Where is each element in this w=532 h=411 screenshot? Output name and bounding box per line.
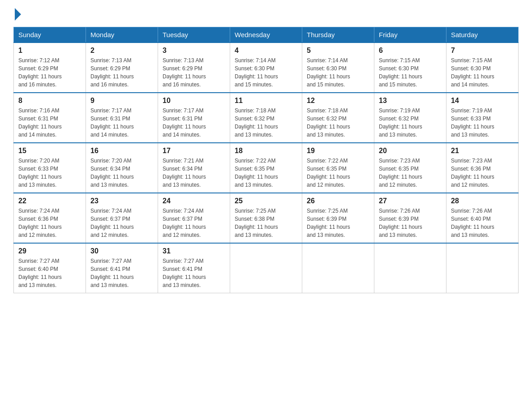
calendar-cell: 18Sunrise: 7:22 AMSunset: 6:35 PMDayligh… bbox=[230, 143, 302, 193]
calendar-cell: 22Sunrise: 7:24 AMSunset: 6:36 PMDayligh… bbox=[14, 193, 86, 243]
day-info: Sunrise: 7:27 AMSunset: 6:41 PMDaylight:… bbox=[90, 257, 153, 289]
day-info: Sunrise: 7:22 AMSunset: 6:35 PMDaylight:… bbox=[235, 157, 297, 189]
weekday-header-tuesday: Tuesday bbox=[158, 27, 230, 43]
day-number: 4 bbox=[235, 47, 297, 55]
day-number: 18 bbox=[235, 147, 297, 155]
logo bbox=[13, 9, 21, 18]
day-info: Sunrise: 7:19 AMSunset: 6:32 PMDaylight:… bbox=[379, 107, 442, 139]
day-number: 25 bbox=[235, 197, 297, 205]
calendar-cell: 31Sunrise: 7:27 AMSunset: 6:41 PMDayligh… bbox=[158, 243, 230, 293]
calendar-cell: 7Sunrise: 7:15 AMSunset: 6:30 PMDaylight… bbox=[446, 43, 519, 93]
weekday-header-sunday: Sunday bbox=[14, 27, 86, 43]
calendar-week-row: 22Sunrise: 7:24 AMSunset: 6:36 PMDayligh… bbox=[14, 193, 519, 243]
calendar-cell: 10Sunrise: 7:17 AMSunset: 6:31 PMDayligh… bbox=[158, 93, 230, 143]
calendar-cell: 17Sunrise: 7:21 AMSunset: 6:34 PMDayligh… bbox=[158, 143, 230, 193]
day-number: 15 bbox=[18, 147, 81, 155]
calendar-cell: 19Sunrise: 7:22 AMSunset: 6:35 PMDayligh… bbox=[302, 143, 374, 193]
day-number: 6 bbox=[379, 47, 442, 55]
day-number: 13 bbox=[379, 97, 442, 105]
day-info: Sunrise: 7:23 AMSunset: 6:35 PMDaylight:… bbox=[379, 157, 442, 189]
day-info: Sunrise: 7:12 AMSunset: 6:29 PMDaylight:… bbox=[18, 56, 81, 89]
day-info: Sunrise: 7:25 AMSunset: 6:38 PMDaylight:… bbox=[235, 207, 297, 239]
day-info: Sunrise: 7:13 AMSunset: 6:29 PMDaylight:… bbox=[90, 56, 153, 89]
weekday-header-saturday: Saturday bbox=[446, 27, 519, 43]
calendar-cell: 23Sunrise: 7:24 AMSunset: 6:37 PMDayligh… bbox=[86, 193, 158, 243]
calendar-cell: 13Sunrise: 7:19 AMSunset: 6:32 PMDayligh… bbox=[374, 93, 446, 143]
day-info: Sunrise: 7:14 AMSunset: 6:30 PMDaylight:… bbox=[235, 56, 297, 89]
day-info: Sunrise: 7:13 AMSunset: 6:29 PMDaylight:… bbox=[163, 56, 225, 89]
calendar-cell: 29Sunrise: 7:27 AMSunset: 6:40 PMDayligh… bbox=[14, 243, 86, 293]
day-number: 10 bbox=[163, 97, 225, 105]
day-number: 26 bbox=[307, 197, 369, 205]
day-number: 29 bbox=[18, 247, 81, 255]
day-info: Sunrise: 7:27 AMSunset: 6:41 PMDaylight:… bbox=[163, 257, 225, 289]
calendar-cell: 12Sunrise: 7:18 AMSunset: 6:32 PMDayligh… bbox=[302, 93, 374, 143]
calendar-cell: 2Sunrise: 7:13 AMSunset: 6:29 PMDaylight… bbox=[86, 43, 158, 93]
day-number: 28 bbox=[451, 197, 514, 205]
day-number: 31 bbox=[163, 247, 225, 255]
day-info: Sunrise: 7:20 AMSunset: 6:33 PMDaylight:… bbox=[18, 157, 81, 189]
calendar-cell: 20Sunrise: 7:23 AMSunset: 6:35 PMDayligh… bbox=[374, 143, 446, 193]
day-number: 24 bbox=[163, 197, 225, 205]
calendar-cell: 3Sunrise: 7:13 AMSunset: 6:29 PMDaylight… bbox=[158, 43, 230, 93]
day-info: Sunrise: 7:21 AMSunset: 6:34 PMDaylight:… bbox=[163, 157, 225, 189]
calendar-week-row: 1Sunrise: 7:12 AMSunset: 6:29 PMDaylight… bbox=[14, 43, 519, 93]
day-info: Sunrise: 7:17 AMSunset: 6:31 PMDaylight:… bbox=[90, 107, 153, 139]
calendar-cell: 16Sunrise: 7:20 AMSunset: 6:34 PMDayligh… bbox=[86, 143, 158, 193]
weekday-header-friday: Friday bbox=[374, 27, 446, 43]
day-info: Sunrise: 7:22 AMSunset: 6:35 PMDaylight:… bbox=[307, 157, 369, 189]
day-info: Sunrise: 7:26 AMSunset: 6:39 PMDaylight:… bbox=[379, 207, 442, 239]
weekday-header-wednesday: Wednesday bbox=[230, 27, 302, 43]
calendar-cell: 25Sunrise: 7:25 AMSunset: 6:38 PMDayligh… bbox=[230, 193, 302, 243]
page-header bbox=[13, 9, 519, 18]
calendar-cell: 1Sunrise: 7:12 AMSunset: 6:29 PMDaylight… bbox=[14, 43, 86, 93]
day-info: Sunrise: 7:24 AMSunset: 6:37 PMDaylight:… bbox=[90, 207, 153, 239]
calendar-cell bbox=[302, 243, 374, 293]
calendar-cell: 24Sunrise: 7:24 AMSunset: 6:37 PMDayligh… bbox=[158, 193, 230, 243]
day-info: Sunrise: 7:15 AMSunset: 6:30 PMDaylight:… bbox=[379, 56, 442, 89]
calendar-week-row: 15Sunrise: 7:20 AMSunset: 6:33 PMDayligh… bbox=[14, 143, 519, 193]
day-number: 9 bbox=[90, 97, 153, 105]
day-info: Sunrise: 7:23 AMSunset: 6:36 PMDaylight:… bbox=[451, 157, 514, 189]
day-info: Sunrise: 7:24 AMSunset: 6:37 PMDaylight:… bbox=[163, 207, 225, 239]
calendar-cell: 5Sunrise: 7:14 AMSunset: 6:30 PMDaylight… bbox=[302, 43, 374, 93]
day-number: 7 bbox=[451, 47, 514, 55]
day-number: 19 bbox=[307, 147, 369, 155]
calendar-cell: 30Sunrise: 7:27 AMSunset: 6:41 PMDayligh… bbox=[86, 243, 158, 293]
calendar-cell: 21Sunrise: 7:23 AMSunset: 6:36 PMDayligh… bbox=[446, 143, 519, 193]
calendar-cell: 4Sunrise: 7:14 AMSunset: 6:30 PMDaylight… bbox=[230, 43, 302, 93]
day-info: Sunrise: 7:18 AMSunset: 6:32 PMDaylight:… bbox=[307, 107, 369, 139]
calendar-cell: 8Sunrise: 7:16 AMSunset: 6:31 PMDaylight… bbox=[14, 93, 86, 143]
day-info: Sunrise: 7:25 AMSunset: 6:39 PMDaylight:… bbox=[307, 207, 369, 239]
day-number: 5 bbox=[307, 47, 369, 55]
day-number: 2 bbox=[90, 47, 153, 55]
day-info: Sunrise: 7:14 AMSunset: 6:30 PMDaylight:… bbox=[307, 56, 369, 89]
day-info: Sunrise: 7:27 AMSunset: 6:40 PMDaylight:… bbox=[18, 257, 81, 289]
day-number: 14 bbox=[451, 97, 514, 105]
calendar-cell bbox=[446, 243, 519, 293]
day-info: Sunrise: 7:24 AMSunset: 6:36 PMDaylight:… bbox=[18, 207, 81, 239]
logo-arrow-icon bbox=[15, 8, 21, 21]
calendar-table: SundayMondayTuesdayWednesdayThursdayFrid… bbox=[13, 27, 519, 293]
calendar-cell: 9Sunrise: 7:17 AMSunset: 6:31 PMDaylight… bbox=[86, 93, 158, 143]
calendar-week-row: 8Sunrise: 7:16 AMSunset: 6:31 PMDaylight… bbox=[14, 93, 519, 143]
day-info: Sunrise: 7:15 AMSunset: 6:30 PMDaylight:… bbox=[451, 56, 514, 89]
day-number: 1 bbox=[18, 47, 81, 55]
calendar-cell: 11Sunrise: 7:18 AMSunset: 6:32 PMDayligh… bbox=[230, 93, 302, 143]
calendar-cell: 27Sunrise: 7:26 AMSunset: 6:39 PMDayligh… bbox=[374, 193, 446, 243]
calendar-cell: 26Sunrise: 7:25 AMSunset: 6:39 PMDayligh… bbox=[302, 193, 374, 243]
day-number: 20 bbox=[379, 147, 442, 155]
day-info: Sunrise: 7:26 AMSunset: 6:40 PMDaylight:… bbox=[451, 207, 514, 239]
day-number: 8 bbox=[18, 97, 81, 105]
day-number: 16 bbox=[90, 147, 153, 155]
day-info: Sunrise: 7:20 AMSunset: 6:34 PMDaylight:… bbox=[90, 157, 153, 189]
day-info: Sunrise: 7:16 AMSunset: 6:31 PMDaylight:… bbox=[18, 107, 81, 139]
calendar-cell bbox=[374, 243, 446, 293]
day-number: 23 bbox=[90, 197, 153, 205]
calendar-cell: 6Sunrise: 7:15 AMSunset: 6:30 PMDaylight… bbox=[374, 43, 446, 93]
day-info: Sunrise: 7:18 AMSunset: 6:32 PMDaylight:… bbox=[235, 107, 297, 139]
day-number: 21 bbox=[451, 147, 514, 155]
calendar-week-row: 29Sunrise: 7:27 AMSunset: 6:40 PMDayligh… bbox=[14, 243, 519, 293]
day-info: Sunrise: 7:19 AMSunset: 6:33 PMDaylight:… bbox=[451, 107, 514, 139]
day-number: 27 bbox=[379, 197, 442, 205]
